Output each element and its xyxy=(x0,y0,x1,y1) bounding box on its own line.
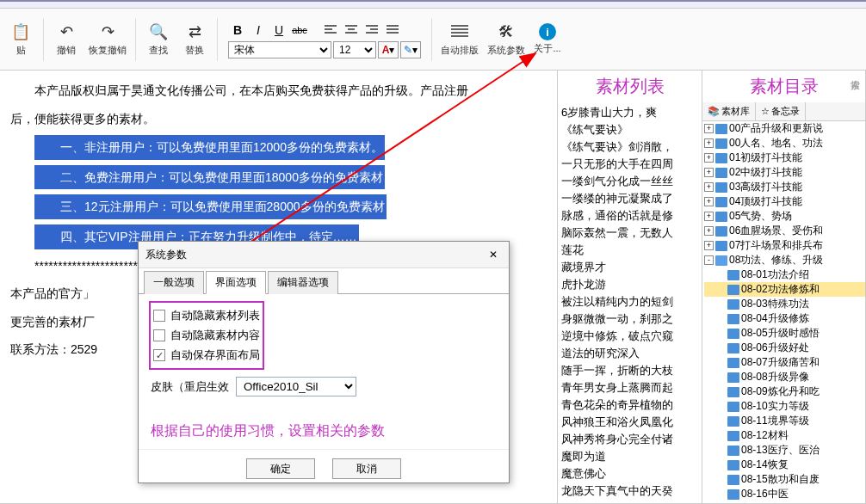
highlight-color-button[interactable]: ✎▾ xyxy=(400,41,421,58)
strike-button[interactable]: abc xyxy=(290,21,309,40)
tree-row[interactable]: 08-02功法修炼和 xyxy=(704,282,865,297)
tree-row[interactable]: +01初级打斗技能 xyxy=(704,151,865,165)
about-button[interactable]: i 关于... xyxy=(530,15,565,63)
list-item[interactable]: 逆境中修炼，破点穴窥 xyxy=(561,328,698,345)
tree-row[interactable]: +07打斗场景和排兵布 xyxy=(704,238,865,253)
tab-general[interactable]: 一般选项 xyxy=(144,271,204,294)
list-item[interactable]: 《练气要诀》剑消散， xyxy=(561,138,698,156)
paste-button[interactable]: 📋 贴 xyxy=(3,15,38,63)
tree-row[interactable]: +05气势、势场 xyxy=(704,209,865,224)
main-toolbar: 📋 贴 ↶ 撤销 ↷ 恢复撤销 🔍 查找 ⇄ 替换 B I U abc xyxy=(0,9,866,71)
tree-toggle-icon[interactable]: + xyxy=(704,124,714,133)
info-icon: i xyxy=(539,23,556,40)
material-tree[interactable]: +00产品升级和更新说+00人名、地名、功法+01初级打斗技能+02中级打斗技能… xyxy=(702,121,865,504)
tree-row[interactable]: 08-01功法介绍 xyxy=(704,267,865,282)
underline-button[interactable]: U xyxy=(269,21,288,40)
tree-row[interactable]: +06血腥场景、受伤和 xyxy=(704,224,865,238)
align-center-button[interactable] xyxy=(342,21,361,40)
list-item[interactable]: 青色花朵的奇异植物的 xyxy=(561,396,698,414)
dialog-titlebar[interactable]: 系统参数 ✕ xyxy=(139,242,509,268)
chk-hide-content[interactable] xyxy=(153,329,165,341)
list-item[interactable]: 道法的研究深入 xyxy=(561,345,698,362)
list-item[interactable]: 青年男女身上蒸腾而起 xyxy=(561,379,698,396)
list-item[interactable]: 虎扑龙游 xyxy=(561,276,698,293)
find-button[interactable]: 🔍 查找 xyxy=(141,15,176,63)
tree-row[interactable]: 08-14恢复 xyxy=(704,458,865,472)
chk-save-layout[interactable]: ✓ xyxy=(153,349,165,361)
tree-toggle-icon[interactable]: + xyxy=(704,138,714,148)
list-item[interactable]: 6岁膝青山大力，爽 xyxy=(561,104,698,121)
list-item[interactable]: 魔意佛心 xyxy=(561,465,698,482)
align-left-button[interactable] xyxy=(321,21,340,40)
tree-row[interactable]: 08-05升级时感悟 xyxy=(704,326,865,341)
tree-row[interactable]: -08功法、修练、升级 xyxy=(704,253,865,267)
tree-row[interactable]: 08-03特殊功法 xyxy=(704,297,865,311)
tree-row[interactable]: +00产品升级和更新说 xyxy=(704,121,865,136)
tree-row[interactable]: 08-12材料 xyxy=(704,428,865,443)
tree-toggle-icon[interactable]: - xyxy=(704,255,714,265)
list-item[interactable]: 龙隐天下真气中的天癸 xyxy=(561,482,698,500)
tree-toggle-icon[interactable]: + xyxy=(704,212,714,221)
tree-toggle-icon[interactable]: + xyxy=(704,197,714,206)
tree-row[interactable]: 08-11境界等级 xyxy=(704,414,865,428)
tree-row[interactable]: +04顶级打斗技能 xyxy=(704,194,865,209)
skin-select[interactable]: Office2010_Sil xyxy=(236,377,356,396)
bold-button[interactable]: B xyxy=(228,21,247,40)
tree-row[interactable]: 08-04升级修炼 xyxy=(704,311,865,326)
tree-toggle-icon[interactable]: + xyxy=(704,226,714,236)
list-item[interactable]: 一缕缕的神元凝聚成了 xyxy=(561,190,698,207)
tree-row[interactable]: 08-16中医 xyxy=(704,487,865,501)
tree-toggle-icon[interactable]: + xyxy=(704,241,714,250)
tree-row[interactable]: 08-08升级异像 xyxy=(704,370,865,384)
chk-hide-list[interactable] xyxy=(153,310,165,322)
cancel-button[interactable]: 取消 xyxy=(332,458,401,479)
list-item[interactable]: 《练气要诀》 xyxy=(561,121,698,138)
tree-toggle-icon[interactable]: + xyxy=(704,182,714,192)
align-right-button[interactable] xyxy=(362,21,381,40)
close-icon[interactable]: ✕ xyxy=(485,246,502,263)
tree-toggle-icon[interactable]: + xyxy=(704,168,714,177)
tree-row[interactable]: 08-09炼化丹和吃 xyxy=(704,384,865,399)
tab-memo[interactable]: ☆备忘录 xyxy=(756,102,806,120)
list-item[interactable]: 脑际轰然一震，无数人 xyxy=(561,224,698,242)
tree-row[interactable]: 08-13医疗、医治 xyxy=(704,443,865,458)
tab-library[interactable]: 📚素材库 xyxy=(702,102,756,120)
font-color-button[interactable]: A▾ xyxy=(378,41,399,58)
font-size-select[interactable]: 12 xyxy=(333,41,376,58)
folder-icon xyxy=(715,138,727,149)
ok-button[interactable]: 确定 xyxy=(246,458,315,479)
align-justify-button[interactable] xyxy=(383,21,402,40)
tree-row[interactable]: 08-15散功和自废 xyxy=(704,472,865,487)
list-item[interactable]: 一缕剑气分化成一丝丝 xyxy=(561,173,698,190)
material-list[interactable]: 6岁膝青山大力，爽《练气要诀》《练气要诀》剑消散，一只无形的大手在四周一缕剑气分… xyxy=(558,102,702,504)
system-params-button[interactable]: 🛠 系统参数 xyxy=(484,15,529,63)
tree-row[interactable]: 08-07升级痛苦和 xyxy=(704,355,865,370)
list-item[interactable]: 藏境界才 xyxy=(561,259,698,276)
tree-row[interactable]: +02中级打斗技能 xyxy=(704,165,865,180)
list-item[interactable]: 魔即为道 xyxy=(561,448,698,465)
undo-button[interactable]: ↶ 撤销 xyxy=(49,15,84,63)
list-item[interactable]: 莲花 xyxy=(561,242,698,259)
list-item[interactable]: 脉感，通俗的话就是修 xyxy=(561,207,698,224)
font-name-select[interactable]: 宋体 xyxy=(228,41,331,58)
tree-row[interactable]: +03高级打斗技能 xyxy=(704,180,865,194)
auto-layout-button[interactable]: 自动排版 xyxy=(437,15,482,63)
list-item[interactable]: 被注以精纯内力的短剑 xyxy=(561,293,698,310)
tree-row[interactable]: +00人名、地名、功法 xyxy=(704,136,865,151)
redo-button[interactable]: ↷ 恢复撤销 xyxy=(85,15,130,63)
list-item[interactable]: 风神狼王和浴火凤凰化 xyxy=(561,414,698,431)
list-item[interactable]: 随手一挥，折断的大枝 xyxy=(561,362,698,379)
tree-panel-title: 素材目录 xyxy=(702,71,865,102)
tree-row[interactable]: 08-06升级好处 xyxy=(704,341,865,355)
list-item[interactable]: 风神秀将身心完全付诸 xyxy=(561,431,698,448)
tree-toggle-icon[interactable]: + xyxy=(704,153,714,163)
auto-layout-icon xyxy=(449,22,470,42)
list-item[interactable]: 身躯微微一动，刹那之 xyxy=(561,310,698,328)
list-item[interactable]: 一只无形的大手在四周 xyxy=(561,156,698,173)
tab-ui[interactable]: 界面选项 xyxy=(206,271,266,294)
paste-icon: 📋 xyxy=(10,22,31,42)
replace-button[interactable]: ⇄ 替换 xyxy=(177,15,212,63)
tree-row[interactable]: 08-10实力等级 xyxy=(704,399,865,414)
tab-editor[interactable]: 编辑器选项 xyxy=(268,271,338,294)
italic-button[interactable]: I xyxy=(249,21,268,40)
